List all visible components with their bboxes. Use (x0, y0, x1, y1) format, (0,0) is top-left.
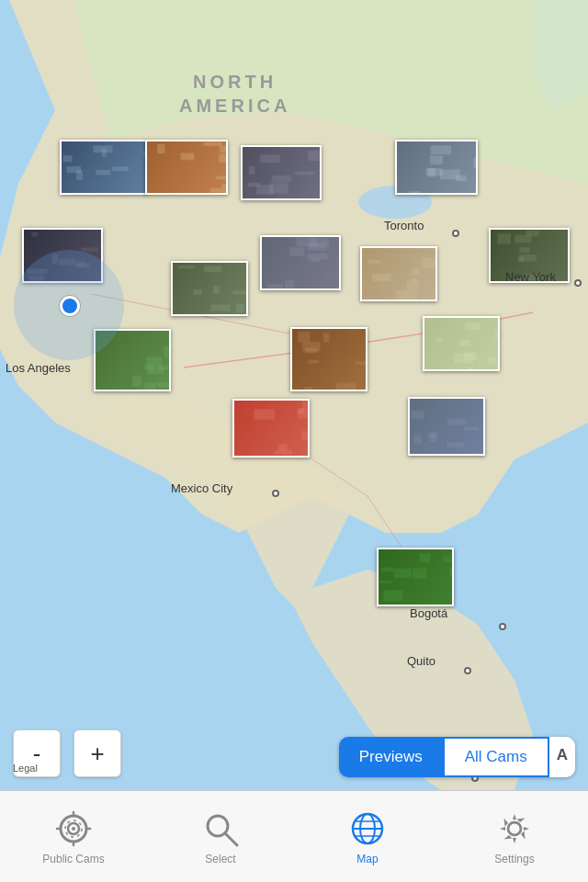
camera-thumb-3[interactable] (241, 145, 322, 200)
tab-bar: Public Cams Select Map (0, 790, 588, 882)
newyork-dot (574, 279, 582, 287)
legal-label: Legal (13, 763, 38, 774)
svg-line-10 (226, 834, 237, 845)
map-view[interactable]: NORTH AMERICA (0, 0, 588, 790)
quito-dot (464, 667, 471, 674)
allcams-button[interactable]: All Cams (443, 737, 549, 777)
svg-point-17 (508, 822, 521, 835)
toggle-a-label: A (549, 737, 575, 777)
camera-thumb-15[interactable] (377, 548, 454, 606)
location-dot (60, 296, 80, 316)
camera-thumb-13[interactable] (232, 399, 310, 458)
tab-map-label: Map (356, 853, 378, 865)
quito-label: Quito (407, 654, 435, 668)
toronto-label: Toronto (384, 219, 424, 232)
svg-point-3 (72, 827, 75, 831)
gear-icon (494, 808, 535, 849)
bogota-label: Bogotá (410, 606, 447, 620)
camera-thumb-12[interactable] (423, 316, 500, 371)
camera-thumb-7[interactable] (260, 235, 341, 290)
tab-public-cams[interactable]: Public Cams (0, 808, 147, 865)
tab-public-cams-label: Public Cams (42, 853, 104, 865)
region-label-line2: AMERICA (179, 96, 290, 117)
tab-settings-label: Settings (494, 853, 534, 865)
tab-select-label: Select (205, 853, 235, 865)
globe-icon (347, 808, 388, 849)
camera-thumb-14[interactable] (408, 397, 485, 456)
map-background (0, 0, 588, 790)
region-label-line1: NORTH (193, 72, 277, 93)
search-icon (200, 808, 241, 849)
newyork-label: New York (505, 270, 556, 284)
view-toggle: Previews All Cams A (339, 737, 575, 777)
losangeles-label: Los Angeles (6, 361, 71, 375)
bogota-dot (499, 623, 506, 630)
camera-thumb-2[interactable] (145, 140, 228, 195)
svg-point-9 (208, 816, 228, 836)
previews-button[interactable]: Previews (339, 737, 443, 777)
camera-icon (53, 808, 94, 849)
camera-thumb-11[interactable] (290, 327, 368, 391)
camera-thumb-4[interactable] (395, 140, 478, 195)
camera-thumb-1[interactable] (60, 140, 147, 195)
mexicocity-label: Mexico City (171, 481, 232, 495)
toronto-dot (452, 230, 459, 237)
mexicocity-dot (272, 490, 279, 497)
camera-thumb-6[interactable] (171, 261, 248, 316)
tab-select[interactable]: Select (147, 808, 294, 865)
svg-point-18 (502, 816, 527, 842)
tab-settings[interactable]: Settings (441, 808, 588, 865)
zoom-in-button[interactable]: + (74, 729, 121, 777)
tab-map[interactable]: Map (294, 808, 441, 865)
camera-thumb-8[interactable] (360, 246, 437, 301)
